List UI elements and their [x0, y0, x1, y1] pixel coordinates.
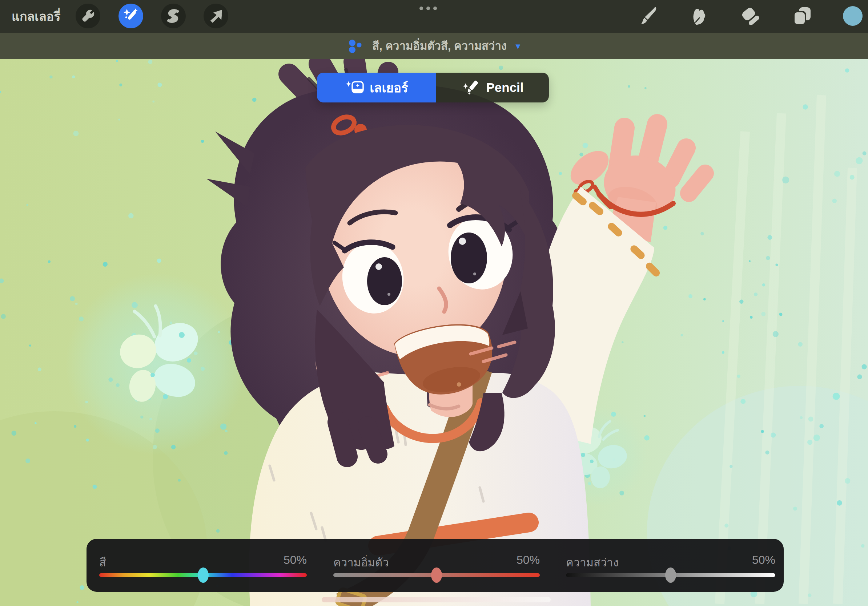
- layers-icon: [792, 6, 812, 26]
- eraser-icon: [740, 6, 760, 26]
- sparkle-pencil-icon: [461, 79, 480, 96]
- brightness-slider-group: ความสว่าง 50%: [566, 539, 775, 592]
- color-swatch: [843, 6, 863, 26]
- saturation-slider-group: ความอิ่มตัว 50%: [333, 539, 540, 592]
- magic-wand-icon: [123, 8, 139, 24]
- chevron-down-icon: ▼: [514, 42, 522, 51]
- color-swatch-button[interactable]: [841, 5, 864, 28]
- adjustments-button[interactable]: [118, 4, 143, 28]
- tab-layer[interactable]: เลเยอร์: [317, 73, 436, 102]
- brightness-value: 50%: [752, 553, 775, 567]
- saturation-value: 50%: [516, 553, 540, 567]
- brush-tool-button[interactable]: [637, 5, 660, 28]
- layers-tool-button[interactable]: [790, 5, 814, 28]
- hue-value: 50%: [284, 553, 307, 567]
- home-indicator[interactable]: [322, 597, 551, 602]
- canvas-artwork[interactable]: [0, 59, 868, 606]
- adjustment-title: สี, ความอิ่มตัวสี, ความสว่าง: [372, 37, 507, 55]
- tab-layer-label: เลเยอร์: [370, 78, 408, 98]
- hsb-adjustment-panel: สี 50% ความอิ่มตัว 50% ความสว่าง 50%: [87, 539, 784, 592]
- paintbrush-icon: [638, 6, 659, 26]
- hue-slider-knob[interactable]: [198, 567, 209, 583]
- multitask-dots-icon[interactable]: [420, 6, 437, 10]
- smudge-finger-icon: [688, 6, 708, 26]
- selection-s-icon: [165, 8, 181, 24]
- transform-button[interactable]: [203, 4, 228, 28]
- hsb-dots-icon: [346, 36, 365, 55]
- actions-button[interactable]: [76, 4, 100, 28]
- saturation-slider-knob[interactable]: [431, 567, 442, 583]
- adjust-mode-toggle: เลเยอร์ Pencil: [317, 73, 549, 102]
- sparkle-layer-icon: [345, 79, 364, 96]
- selection-button[interactable]: [161, 4, 186, 28]
- wrench-icon: [80, 8, 96, 24]
- brightness-slider-knob[interactable]: [665, 567, 676, 583]
- eraser-tool-button[interactable]: [739, 5, 762, 28]
- saturation-label: ความอิ่มตัว: [333, 553, 389, 572]
- tab-pencil-label: Pencil: [486, 80, 524, 95]
- gallery-button[interactable]: แกลเลอรี่: [12, 0, 60, 33]
- transform-arrow-icon: [208, 8, 224, 24]
- hue-slider-group: สี 50%: [99, 539, 307, 592]
- butterfly-left: [65, 273, 247, 455]
- smudge-tool-button[interactable]: [687, 5, 710, 28]
- brightness-label: ความสว่าง: [566, 553, 618, 572]
- adjustment-header-bar[interactable]: สี, ความอิ่มตัวสี, ความสว่าง ▼: [0, 33, 868, 59]
- procreate-app: แกลเลอรี่: [0, 0, 868, 606]
- tab-pencil[interactable]: Pencil: [436, 73, 549, 102]
- top-toolbar: แกลเลอรี่: [0, 0, 868, 33]
- hue-label: สี: [99, 553, 106, 572]
